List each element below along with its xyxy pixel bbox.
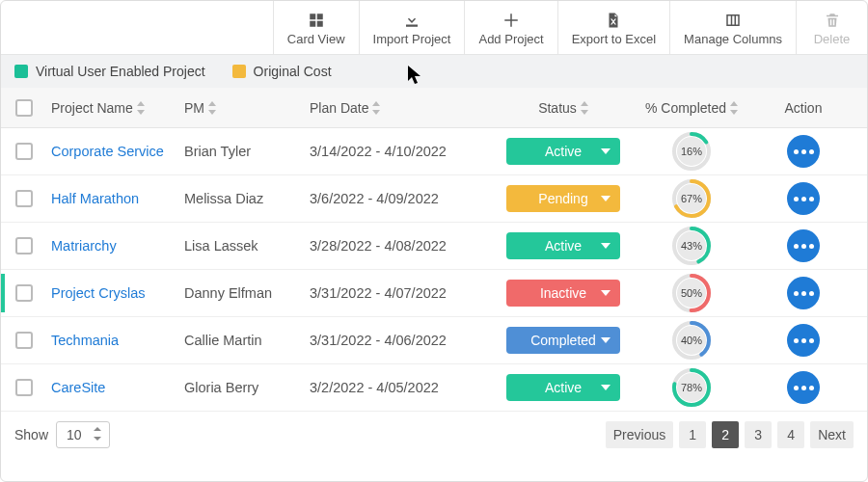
header-project-name[interactable]: Project Name	[47, 100, 184, 116]
plan-date-cell: 3/14/2022 - 4/10/2022	[310, 144, 447, 159]
status-label: Completed	[530, 333, 596, 348]
row-checkbox[interactable]	[15, 379, 33, 396]
show-label: Show	[14, 427, 48, 442]
row-actions-button[interactable]	[787, 135, 820, 168]
header-status[interactable]: Status	[501, 100, 626, 116]
status-select[interactable]: Active	[506, 374, 620, 401]
delete-button[interactable]: Delete	[796, 1, 867, 54]
file-export-icon	[605, 11, 622, 30]
project-name-link[interactable]: CareSite	[51, 380, 105, 395]
progress-donut: 67%	[671, 178, 712, 219]
progress-value: 40%	[677, 326, 706, 355]
header-plan-date[interactable]: Plan Date	[310, 100, 501, 116]
progress-donut: 78%	[671, 367, 712, 408]
project-name-link[interactable]: Project Cryslas	[51, 285, 146, 301]
delete-label: Delete	[814, 32, 851, 46]
status-label: Inactive	[540, 285, 586, 301]
updown-icon	[94, 427, 101, 441]
header-pct-label: % Completed	[645, 100, 726, 116]
pagination: Previous1234Next	[606, 421, 854, 448]
svg-rect-3	[316, 21, 322, 27]
table-row: Techmania Callie Martin 3/31/2022 - 4/06…	[1, 317, 867, 364]
download-icon	[403, 11, 420, 30]
pager-page-2[interactable]: 2	[712, 421, 739, 448]
status-label: Active	[545, 380, 582, 395]
plan-date-cell: 3/31/2022 - 4/07/2022	[310, 285, 447, 301]
row-actions-button[interactable]	[787, 324, 820, 357]
status-label: Active	[545, 144, 582, 159]
select-all-checkbox[interactable]	[15, 99, 33, 117]
project-name-link[interactable]: Matriarchy	[51, 238, 117, 254]
table-row: Half Marathon Melissa Diaz 3/6/2022 - 4/…	[1, 175, 867, 223]
chevron-down-icon	[601, 243, 610, 249]
sort-icon	[137, 101, 145, 115]
row-actions-button[interactable]	[787, 277, 820, 309]
legend-virtual-swatch	[14, 65, 28, 78]
pager-page-4[interactable]: 4	[777, 421, 804, 448]
header-pm[interactable]: PM	[184, 100, 310, 116]
add-project-button[interactable]: Add Project	[464, 1, 556, 54]
status-select[interactable]: Pending	[506, 185, 620, 212]
header-pm-label: PM	[184, 100, 204, 116]
row-checkbox[interactable]	[15, 237, 33, 254]
pager-prev[interactable]: Previous	[606, 421, 673, 448]
export-excel-button[interactable]: Export to Excel	[557, 1, 669, 54]
plan-date-cell: 3/2/2022 - 4/05/2022	[310, 380, 439, 395]
status-select[interactable]: Active	[506, 232, 620, 259]
row-actions-button[interactable]	[787, 182, 820, 215]
legend-virtual: Virtual User Enabled Project	[14, 64, 205, 79]
table-row: Corporate Service Brian Tyler 3/14/2022 …	[1, 128, 867, 175]
pm-cell: Callie Martin	[184, 333, 262, 348]
card-view-label: Card View	[287, 32, 345, 46]
progress-donut: 50%	[671, 273, 712, 313]
project-name-link[interactable]: Corporate Service	[51, 144, 164, 159]
progress-donut: 43%	[671, 226, 712, 266]
columns-icon	[724, 11, 742, 30]
pager-page-1[interactable]: 1	[679, 421, 706, 448]
header-plan-date-label: Plan Date	[310, 100, 368, 116]
status-label: Active	[545, 238, 582, 254]
toolbar: Card View Import Project Add Project Exp…	[1, 1, 867, 55]
sort-icon	[372, 101, 380, 115]
export-excel-label: Export to Excel	[572, 32, 656, 46]
page-size-value: 10	[67, 427, 82, 442]
manage-columns-button[interactable]: Manage Columns	[669, 1, 796, 54]
manage-columns-label: Manage Columns	[684, 32, 782, 46]
page-size-select[interactable]: 10	[56, 421, 110, 448]
row-checkbox[interactable]	[15, 143, 33, 160]
pager-page-3[interactable]: 3	[745, 421, 772, 448]
header-project-name-label: Project Name	[51, 100, 133, 116]
pm-cell: Danny Elfman	[184, 285, 272, 301]
card-view-button[interactable]: Card View	[273, 1, 359, 54]
row-actions-button[interactable]	[787, 371, 820, 404]
pm-cell: Gloria Berry	[184, 380, 258, 395]
table-header: Project Name PM Plan Date Status % Compl…	[1, 88, 867, 128]
pager-next[interactable]: Next	[810, 421, 854, 448]
status-select[interactable]: Active	[506, 138, 620, 165]
status-label: Pending	[538, 191, 587, 206]
project-name-link[interactable]: Half Marathon	[51, 191, 139, 206]
header-status-label: Status	[538, 100, 577, 116]
progress-value: 43%	[677, 231, 706, 260]
project-name-link[interactable]: Techmania	[51, 333, 119, 348]
chevron-down-icon	[601, 337, 610, 343]
status-select[interactable]: Completed	[506, 327, 620, 354]
pm-cell: Lisa Lassek	[184, 238, 258, 254]
progress-donut: 40%	[671, 320, 712, 361]
row-checkbox[interactable]	[15, 284, 33, 302]
chevron-down-icon	[601, 385, 610, 390]
status-select[interactable]: Inactive	[506, 280, 620, 307]
import-project-label: Import Project	[373, 32, 451, 46]
progress-value: 67%	[677, 184, 706, 213]
legend-original-label: Original Cost	[254, 64, 332, 79]
row-actions-button[interactable]	[787, 229, 820, 262]
toolbar-spacer	[1, 1, 273, 54]
row-checkbox[interactable]	[15, 190, 33, 207]
header-action-label: Action	[785, 100, 823, 116]
add-project-label: Add Project	[478, 32, 543, 46]
plan-date-cell: 3/28/2022 - 4/08/2022	[310, 238, 447, 254]
header-pct[interactable]: % Completed	[626, 100, 757, 116]
row-checkbox[interactable]	[15, 332, 33, 349]
import-project-button[interactable]: Import Project	[359, 1, 465, 54]
table-row: Project Cryslas Danny Elfman 3/31/2022 -…	[1, 270, 867, 317]
